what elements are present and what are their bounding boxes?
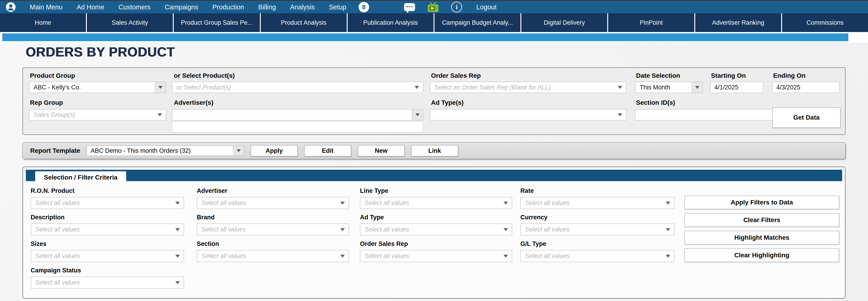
- chevron-down-icon: [618, 86, 622, 89]
- tab-campaign-budget-analysis[interactable]: Campaign Budget Analy...: [434, 13, 521, 32]
- tab-product-analysis[interactable]: Product Analysis: [261, 13, 348, 32]
- tab-digital-delivery[interactable]: Digital Delivery: [521, 13, 608, 32]
- tab-commissions[interactable]: Commissions: [782, 13, 868, 32]
- chat-tail: [406, 11, 409, 13]
- tab-pinpoint[interactable]: PinPoint: [608, 13, 695, 32]
- ad-types-select[interactable]: [430, 109, 626, 121]
- filter-placeholder: Select all values: [35, 226, 80, 233]
- rep-group-label: Rep Group: [30, 99, 63, 107]
- report-template-bar: Report Template ABC Demo - This month Or…: [22, 142, 846, 159]
- user-account-icon[interactable]: [6, 2, 16, 12]
- chat-icon[interactable]: [404, 3, 415, 11]
- advertisers-listbox[interactable]: [172, 121, 423, 132]
- gl-type-filter-select[interactable]: Select all values: [520, 250, 675, 262]
- tab-product-group-sales[interactable]: Product Group Sales Pe...: [174, 13, 260, 32]
- product-group-select[interactable]: ABC - Kelly's Co.: [29, 82, 166, 93]
- chevron-down-icon: [175, 202, 180, 205]
- tab-advertiser-ranking[interactable]: Advertiser Ranking: [695, 13, 782, 32]
- advertisers-select[interactable]: [172, 109, 423, 121]
- tab-selection-filter-criteria[interactable]: Selection / Filter Criteria: [35, 171, 126, 183]
- filter-placeholder: Select all values: [35, 279, 80, 286]
- rate-filter-select[interactable]: Select all values: [520, 197, 675, 209]
- rate-label: Rate: [520, 187, 534, 194]
- advertiser-filter-select[interactable]: Select all values: [197, 197, 349, 209]
- chevron-down-icon: [414, 86, 419, 89]
- apply-button[interactable]: Apply: [251, 145, 298, 156]
- chevron-down-icon: [503, 228, 508, 231]
- apply-filters-button[interactable]: Apply Filters to Data: [684, 195, 839, 209]
- ron-product-filter-select[interactable]: Select all values: [31, 197, 184, 209]
- tab-sales-activity[interactable]: Sales Activity: [87, 13, 174, 32]
- sizes-filter-select[interactable]: Select all values: [31, 250, 184, 262]
- new-button[interactable]: New: [358, 145, 405, 156]
- apps-grid-icon[interactable]: [381, 2, 392, 12]
- notification-badge-icon[interactable]: 8: [359, 2, 369, 12]
- tab-publication-analysis[interactable]: Publication Analysis: [348, 13, 434, 32]
- section-ids-input[interactable]: [635, 109, 789, 121]
- section-filter-select[interactable]: Select all values: [197, 250, 349, 262]
- chat-dots: [406, 6, 413, 7]
- menu-production[interactable]: Production: [212, 3, 244, 11]
- rep-group-select[interactable]: Sales Group(s): [29, 109, 166, 121]
- gl-type-label: G/L Type: [520, 240, 546, 247]
- menu-analysis[interactable]: Analysis: [290, 3, 315, 11]
- ad-type-filter-select[interactable]: Select all values: [360, 223, 512, 236]
- starting-on-input[interactable]: [710, 82, 763, 93]
- brand-filter-select[interactable]: Select all values: [197, 223, 349, 236]
- edit-button[interactable]: Edit: [304, 145, 351, 156]
- advertisers-label: Advertiser(s): [174, 99, 213, 107]
- product-search-placeholder: or Select Product(s): [177, 84, 231, 91]
- tab-home[interactable]: Home: [0, 13, 87, 32]
- filter-placeholder: Select all values: [525, 252, 569, 260]
- chevron-down-icon: [666, 254, 670, 258]
- chevron-down-icon[interactable]: [412, 110, 423, 120]
- description-filter-select[interactable]: Select all values: [31, 223, 184, 236]
- chevron-down-icon: [175, 281, 180, 284]
- clear-highlighting-button[interactable]: Clear Highlighting: [684, 248, 839, 262]
- brand-label: Brand: [197, 214, 215, 221]
- chevron-down-icon[interactable]: [691, 82, 703, 93]
- chevron-down-icon[interactable]: [155, 82, 166, 93]
- product-group-value: ABC - Kelly's Co.: [34, 84, 81, 91]
- menu-logout[interactable]: Logout: [476, 3, 497, 11]
- chevron-down-icon: [157, 114, 162, 116]
- section-ids-label: Section ID(s): [636, 99, 675, 107]
- clear-filters-button[interactable]: Clear Filters: [684, 213, 839, 227]
- date-selection-value: This Month: [640, 84, 670, 91]
- order-sales-rep-label: Order Sales Rep: [431, 72, 481, 79]
- filter-placeholder: Select all values: [365, 226, 409, 233]
- badge-count: 8: [362, 3, 366, 11]
- currency-label: Currency: [520, 214, 548, 221]
- menu-campaigns[interactable]: Campaigns: [165, 3, 198, 11]
- product-group-label: Product Group: [30, 72, 75, 79]
- sizes-label: Sizes: [31, 240, 46, 247]
- report-tab-bar: Home Sales Activity Product Group Sales …: [0, 13, 868, 32]
- line-type-filter-select[interactable]: Select all values: [360, 197, 512, 209]
- section-label: Section: [197, 240, 219, 247]
- campaign-status-filter-select[interactable]: Select all values: [31, 276, 184, 289]
- highlight-matches-button[interactable]: Highlight Matches: [684, 231, 839, 244]
- video-tutorials-icon[interactable]: [427, 2, 439, 12]
- get-data-button[interactable]: Get Data: [772, 107, 841, 128]
- ad-types-label: Ad Type(s): [431, 99, 464, 107]
- page-title: ORDERS BY PRODUCT: [26, 44, 175, 59]
- menu-main-menu[interactable]: Main Menu: [30, 3, 62, 11]
- chevron-down-icon[interactable]: [233, 146, 244, 155]
- description-label: Description: [31, 214, 65, 221]
- menu-customers[interactable]: Customers: [118, 3, 150, 11]
- order-sales-rep-select[interactable]: Select an Order Sales Rep (Blank for ALL…: [430, 82, 626, 93]
- link-button[interactable]: Link: [411, 145, 458, 156]
- info-icon[interactable]: i: [451, 2, 462, 12]
- report-template-select[interactable]: ABC Demo - This month Orders (32): [87, 146, 244, 156]
- ending-on-input[interactable]: [772, 82, 840, 93]
- order-sales-rep-filter-select[interactable]: Select all values: [360, 250, 512, 262]
- currency-filter-select[interactable]: Select all values: [520, 223, 675, 236]
- tab-scrollbar-thumb[interactable]: [2, 33, 848, 41]
- menu-ad-home[interactable]: Ad Home: [76, 3, 104, 11]
- menu-billing[interactable]: Billing: [258, 3, 276, 11]
- menu-setup[interactable]: Setup: [329, 3, 346, 11]
- line-type-label: Line Type: [360, 187, 388, 194]
- product-search-select[interactable]: or Select Product(s): [172, 82, 423, 93]
- date-selection-select[interactable]: This Month: [635, 82, 703, 93]
- chevron-down-icon: [175, 228, 180, 231]
